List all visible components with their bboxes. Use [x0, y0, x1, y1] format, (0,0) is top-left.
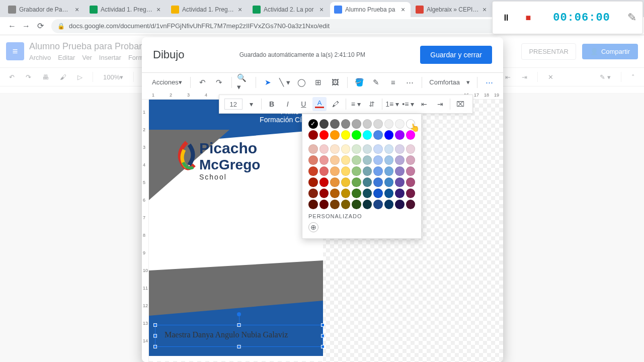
color-swatch[interactable] — [319, 119, 329, 129]
highlight-button[interactable]: 🖍 — [329, 97, 343, 111]
color-swatch[interactable] — [352, 189, 361, 198]
color-swatch[interactable] — [395, 177, 405, 187]
stop-button[interactable]: ■ — [521, 10, 536, 25]
color-swatch[interactable] — [341, 200, 351, 209]
reload-button[interactable]: ⟳ — [33, 19, 47, 33]
color-swatch[interactable] — [373, 130, 383, 140]
redo-button[interactable]: ↷ — [212, 75, 226, 89]
color-swatch[interactable] — [330, 144, 340, 154]
more-button[interactable]: ⋯ — [482, 75, 496, 89]
color-swatch[interactable] — [341, 177, 351, 187]
add-custom-color-button[interactable]: ⊕ — [308, 222, 318, 232]
color-swatch[interactable] — [330, 130, 340, 140]
browser-tab[interactable]: Actividad 1. Pregun× — [86, 2, 166, 17]
resize-handle[interactable] — [153, 345, 157, 348]
color-swatch[interactable] — [395, 155, 405, 165]
color-swatch[interactable] — [373, 200, 383, 209]
color-swatch[interactable] — [373, 177, 383, 187]
color-swatch[interactable] — [352, 144, 361, 154]
resize-handle[interactable] — [237, 345, 241, 348]
close-icon[interactable]: × — [155, 6, 162, 13]
color-swatch[interactable] — [319, 144, 329, 154]
color-swatch[interactable] — [373, 166, 383, 176]
color-swatch[interactable] — [373, 189, 383, 198]
color-swatch[interactable] — [363, 119, 372, 129]
fill-color-button[interactable]: 🪣 — [353, 75, 366, 89]
color-swatch[interactable] — [330, 177, 340, 187]
bulleted-list-button[interactable]: •≡ ▾ — [401, 97, 415, 111]
zoom-button[interactable]: 🔍 ▾ — [237, 75, 251, 89]
color-swatch[interactable] — [352, 177, 361, 187]
color-swatch[interactable] — [406, 144, 416, 154]
close-icon[interactable]: × — [481, 6, 488, 13]
actions-menu[interactable]: Acciones ▾ — [149, 76, 185, 88]
color-swatch[interactable] — [308, 119, 318, 129]
color-swatch[interactable] — [406, 189, 416, 198]
color-swatch[interactable] — [330, 119, 340, 129]
browser-tab[interactable]: Algebraix » CEPICA× — [412, 2, 492, 17]
resize-handle[interactable] — [321, 345, 325, 348]
color-swatch[interactable] — [352, 155, 361, 165]
image-tool[interactable]: 🖼 — [328, 75, 342, 89]
color-swatch[interactable] — [363, 155, 372, 165]
font-select[interactable]: Comfortaa▾ — [427, 78, 471, 86]
border-color-button[interactable]: ✎ — [369, 75, 383, 89]
color-swatch[interactable] — [341, 155, 351, 165]
line-tool[interactable]: ╲ ▾ — [278, 75, 291, 89]
color-swatch[interactable] — [363, 177, 372, 187]
color-swatch[interactable] — [373, 119, 383, 129]
color-swatch[interactable] — [363, 130, 372, 140]
color-swatch[interactable] — [308, 155, 318, 165]
clear-format-button[interactable]: ⌧ — [453, 97, 467, 111]
resize-handle[interactable] — [321, 334, 325, 338]
italic-button[interactable]: I — [281, 97, 295, 111]
color-swatch[interactable] — [384, 155, 394, 165]
color-swatch[interactable] — [308, 144, 318, 154]
color-swatch[interactable] — [319, 189, 329, 198]
color-swatch[interactable] — [384, 200, 394, 209]
color-swatch[interactable] — [330, 200, 340, 209]
font-size-input[interactable]: 12 — [224, 99, 243, 110]
color-swatch[interactable] — [384, 177, 394, 187]
color-swatch[interactable] — [406, 155, 416, 165]
color-swatch[interactable] — [319, 155, 329, 165]
indent-inc-button[interactable]: ⇥ — [433, 97, 447, 111]
color-swatch[interactable] — [384, 189, 394, 198]
color-swatch[interactable] — [330, 166, 340, 176]
color-swatch[interactable] — [352, 130, 361, 140]
numbered-list-button[interactable]: 1≡ ▾ — [385, 97, 399, 111]
selected-textbox[interactable]: Maestra Danya Angulo Nubia Galaviz — [155, 325, 323, 347]
pause-button[interactable]: ⏸ — [499, 10, 514, 25]
bold-button[interactable]: B — [265, 97, 279, 111]
color-swatch[interactable] — [352, 166, 361, 176]
text-color-button[interactable]: A — [312, 97, 327, 111]
resize-handle[interactable] — [153, 334, 157, 338]
color-swatch[interactable] — [319, 166, 329, 176]
color-swatch[interactable] — [395, 166, 405, 176]
color-swatch[interactable] — [406, 177, 416, 187]
color-swatch[interactable] — [308, 177, 318, 187]
close-icon[interactable]: × — [318, 6, 325, 13]
color-swatch[interactable] — [341, 130, 351, 140]
color-swatch[interactable] — [384, 144, 394, 154]
save-close-button[interactable]: Guardar y cerrar — [420, 46, 492, 64]
color-swatch[interactable] — [341, 144, 351, 154]
annotate-icon[interactable]: ✎ — [627, 11, 636, 24]
close-icon[interactable]: × — [236, 6, 244, 13]
color-swatch[interactable] — [308, 200, 318, 209]
align-button[interactable]: ≡ ▾ — [349, 97, 363, 111]
color-swatch[interactable] — [406, 200, 416, 209]
back-button[interactable]: ← — [5, 19, 19, 33]
line-spacing-button[interactable]: ⇵ — [365, 97, 379, 111]
textbox-tool[interactable]: ⊞ — [311, 75, 325, 89]
url-input[interactable]: 🔒 docs.google.com/document/d/1vnFPGjNfiv… — [51, 19, 558, 33]
browser-tab[interactable]: Grabador de Pantal× — [4, 2, 85, 17]
shape-tool[interactable]: ◯ — [295, 75, 308, 89]
font-size-dropdown[interactable]: ▾ — [245, 97, 259, 111]
color-swatch[interactable] — [363, 144, 372, 154]
color-swatch[interactable] — [373, 144, 383, 154]
close-icon[interactable]: × — [73, 6, 80, 13]
color-swatch[interactable] — [384, 166, 394, 176]
browser-tab[interactable]: Alumno Prueba pa× — [330, 2, 411, 17]
color-swatch[interactable] — [308, 130, 318, 140]
